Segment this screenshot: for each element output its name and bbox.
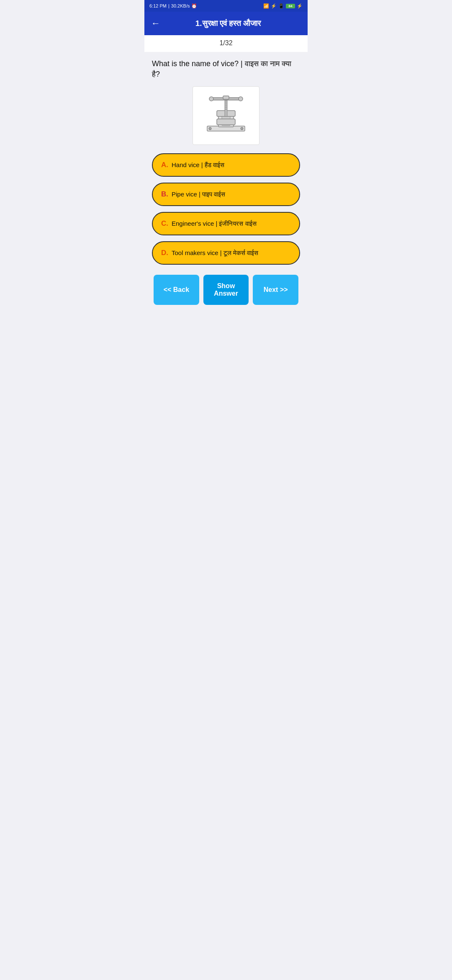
alarm-icon: ⏰	[191, 3, 197, 9]
status-bar: 6:12 PM | 30.2KB/s ⏰ 📶 ⚡ 📱 84 ⚡	[144, 0, 308, 12]
question-image	[193, 86, 259, 145]
wifi-icon: 📶	[263, 3, 269, 9]
time-display: 6:12 PM	[149, 3, 167, 8]
svg-point-2	[241, 127, 243, 130]
back-button[interactable]: << Back	[154, 275, 199, 305]
main-content: What is the name of vice? | वाइस का नाम …	[144, 52, 308, 312]
signal-icon: 📱	[278, 3, 284, 9]
option-a-text: Hand vice | हैंड वाईस	[172, 161, 224, 169]
option-d-letter: D.	[161, 249, 168, 257]
option-b[interactable]: B. Pipe vice | पाइप वाईस	[152, 183, 300, 206]
battery-indicator: 84	[286, 4, 295, 8]
option-d-text: Tool makers vice | टूल मेकर्स वाईस	[172, 249, 258, 257]
vice-illustration	[201, 90, 251, 141]
header-title: 1.सुरक्षा एवं हस्त औजार	[167, 19, 289, 28]
progress-area: 1/32	[144, 35, 308, 52]
app-header: ← 1.सुरक्षा एवं हस्त औजार	[144, 12, 308, 35]
bottom-buttons: << Back Show Answer Next >>	[152, 275, 300, 305]
charging-icon: ⚡	[297, 3, 303, 9]
svg-point-15	[239, 97, 243, 101]
next-button[interactable]: Next >>	[253, 275, 298, 305]
separator: |	[168, 3, 170, 8]
bluetooth-icon: ⚡	[271, 3, 277, 9]
option-b-letter: B.	[161, 190, 168, 199]
back-arrow-icon[interactable]: ←	[151, 18, 160, 29]
svg-rect-16	[223, 96, 229, 99]
option-c-letter: C.	[161, 219, 168, 228]
status-left: 6:12 PM | 30.2KB/s ⏰	[149, 3, 197, 9]
option-c-text: Engineer's vice | इंजीनियरस वाईस	[172, 220, 257, 227]
option-a[interactable]: A. Hand vice | हैंड वाईस	[152, 153, 300, 177]
options-container: A. Hand vice | हैंड वाईस B. Pipe vice | …	[152, 153, 300, 265]
option-c[interactable]: C. Engineer's vice | इंजीनियरस वाईस	[152, 212, 300, 235]
progress-display: 1/32	[219, 39, 232, 46]
status-right: 📶 ⚡ 📱 84 ⚡	[263, 3, 303, 9]
option-d[interactable]: D. Tool makers vice | टूल मेकर्स वाईस	[152, 241, 300, 265]
svg-point-1	[209, 127, 211, 130]
option-b-text: Pipe vice | पाइप वाईस	[172, 191, 225, 198]
question-image-container	[152, 86, 300, 145]
speed-display: 30.2KB/s	[171, 3, 190, 8]
question-text: What is the name of vice? | वाइस का नाम …	[152, 59, 300, 80]
svg-point-14	[209, 97, 213, 101]
svg-rect-5	[217, 119, 235, 125]
svg-rect-7	[225, 99, 227, 116]
show-answer-button[interactable]: Show Answer	[203, 275, 249, 305]
option-a-letter: A.	[161, 161, 168, 169]
